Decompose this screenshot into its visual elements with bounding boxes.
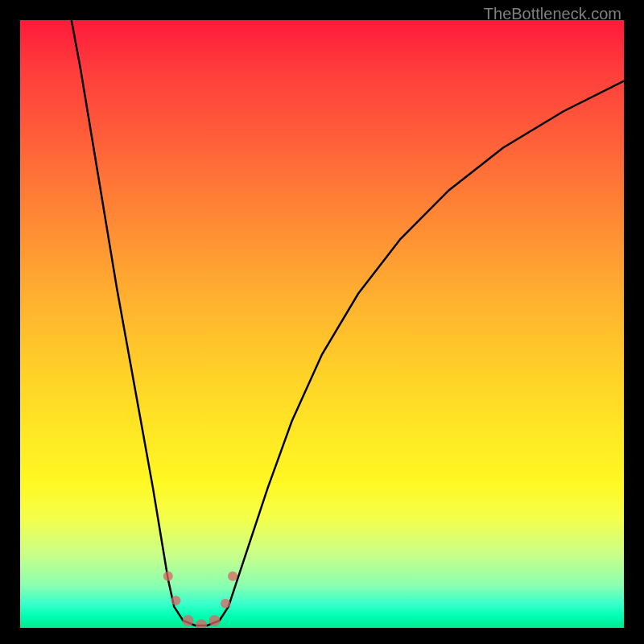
data-marker xyxy=(171,596,181,605)
bottleneck-curve xyxy=(72,20,624,625)
data-marker xyxy=(163,572,173,581)
data-marker xyxy=(183,615,194,626)
watermark-text: TheBottleneck.com xyxy=(484,5,621,23)
data-marker xyxy=(228,572,237,581)
data-marker xyxy=(196,619,207,628)
data-marker xyxy=(209,615,221,626)
chart-svg xyxy=(20,20,624,628)
data-marker xyxy=(221,599,230,609)
data-markers xyxy=(163,572,237,628)
chart-container: TheBottleneck.com xyxy=(0,0,644,644)
